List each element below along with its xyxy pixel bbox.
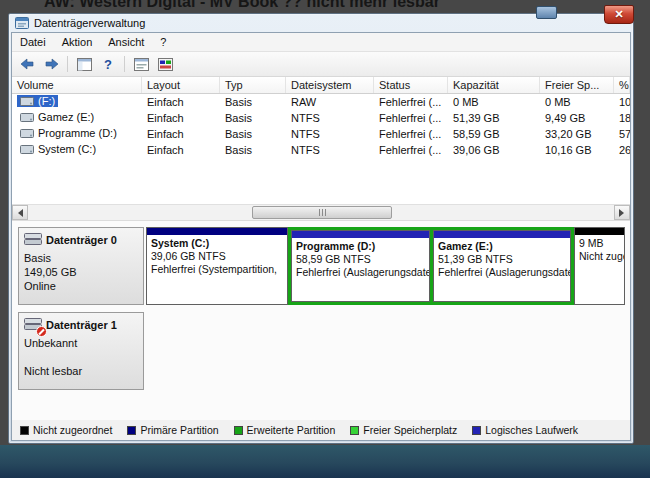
scroll-right-button[interactable] <box>614 205 630 220</box>
legend: Nicht zugeordnet Primäre Partition Erwei… <box>12 420 630 440</box>
column-volume[interactable]: Volume <box>12 77 142 93</box>
disk-name: Datenträger 0 <box>46 234 117 246</box>
volume-name: System (C:) <box>17 143 99 155</box>
partition-status: Fehlerfrei (Auslagerungsdatei <box>296 266 425 279</box>
disk-view-icon <box>158 58 173 71</box>
column-prozent-frei[interactable]: % frei <box>614 77 630 93</box>
partition-label: Programme (D:) <box>296 240 425 253</box>
disk-size: 149,05 GB <box>24 265 138 279</box>
table-row[interactable]: Programme (D:) Einfach Basis NTFS Fehler… <box>12 126 630 142</box>
close-icon: ✕ <box>614 8 623 21</box>
menu-hilfe[interactable]: ? <box>152 34 174 50</box>
unallocated-space[interactable]: 9 MB Nicht zugeordnet <box>574 227 625 305</box>
primary-partition-swatch <box>127 426 136 435</box>
disk-size <box>24 350 138 364</box>
panes-icon <box>134 58 149 71</box>
partition-programme-d[interactable]: Programme (D:) 58,59 GB NTFS Fehlerfrei … <box>291 230 430 302</box>
window-icon <box>15 17 29 29</box>
scroll-right-icon <box>619 209 628 217</box>
extended-partition-swatch <box>234 426 243 435</box>
disk-0-partitions: System (C:) 39,06 GB NTFS Fehlerfrei (Sy… <box>146 227 625 305</box>
column-typ[interactable]: Typ <box>220 77 286 93</box>
disk-1-partitions <box>146 312 625 390</box>
disk-management-window: Datenträgerverwaltung Datei Aktion Ansic… <box>8 13 634 444</box>
back-button[interactable] <box>17 55 37 74</box>
window-content: Datei Aktion Ansicht ? <box>11 32 631 441</box>
disk-name: Datenträger 1 <box>46 319 117 331</box>
disk-error-icon <box>24 317 42 333</box>
partition-label: Gamez (E:) <box>438 240 566 253</box>
unallocated-swatch <box>20 426 29 435</box>
toolbar: ? <box>12 52 630 77</box>
volume-list: Volume Layout Typ Dateisystem Status Kap… <box>12 77 630 204</box>
window-title: Datenträgerverwaltung <box>34 17 145 29</box>
horizontal-scrollbar[interactable] <box>12 204 630 220</box>
column-freier-speicher[interactable]: Freier Sp... <box>540 77 614 93</box>
menu-datei[interactable]: Datei <box>12 34 54 50</box>
panes-button[interactable] <box>131 55 151 74</box>
volume-name-selected: (F:) <box>17 95 58 107</box>
scroll-left-icon <box>14 209 23 217</box>
legend-item-logical: Logisches Laufwerk <box>472 424 578 436</box>
forward-button[interactable] <box>41 55 61 74</box>
extended-partition-group: Programme (D:) 58,59 GB NTFS Fehlerfrei … <box>288 227 574 305</box>
menu-ansicht[interactable]: Ansicht <box>100 34 152 50</box>
partition-status: Fehlerfrei (Auslagerungsdatei <box>438 266 566 279</box>
menu-aktion[interactable]: Aktion <box>54 34 101 50</box>
table-row[interactable]: Gamez (E:) Einfach Basis NTFS Fehlerfrei… <box>12 110 630 126</box>
column-dateisystem[interactable]: Dateisystem <box>286 77 374 93</box>
column-layout[interactable]: Layout <box>142 77 220 93</box>
column-status[interactable]: Status <box>374 77 448 93</box>
list-empty-area <box>12 158 630 204</box>
disk-0-info[interactable]: Datenträger 0 Basis 149,05 GB Online <box>18 227 144 305</box>
partition-label: System (C:) <box>151 237 283 250</box>
logical-drive-swatch <box>472 426 481 435</box>
menubar: Datei Aktion Ansicht ? <box>12 33 630 52</box>
legend-item-primary: Primäre Partition <box>127 424 218 436</box>
close-button[interactable]: ✕ <box>604 5 634 24</box>
unallocated-strip <box>575 228 624 235</box>
column-kapazitaet[interactable]: Kapazität <box>448 77 540 93</box>
legend-item-extended: Erweiterte Partition <box>234 424 336 436</box>
disk-0-row: Datenträger 0 Basis 149,05 GB Online Sys… <box>18 227 625 305</box>
partition-size: 58,59 GB NTFS <box>296 253 425 266</box>
help-icon: ? <box>104 57 112 72</box>
partition-status: Nicht zugeordnet <box>579 250 620 263</box>
logical-drive-strip <box>434 231 570 238</box>
partition-status: Fehlerfrei (Systempartition, <box>151 263 283 276</box>
drive-icon <box>20 128 34 139</box>
scrollbar-thumb[interactable] <box>252 206 392 219</box>
background-page-band <box>0 445 650 478</box>
console-tree-icon <box>77 58 92 71</box>
forward-arrow-icon <box>44 58 59 70</box>
volume-name: Gamez (E:) <box>17 111 97 123</box>
partition-system-c[interactable]: System (C:) 39,06 GB NTFS Fehlerfrei (Sy… <box>146 227 288 305</box>
partition-gamez-e[interactable]: Gamez (E:) 51,39 GB NTFS Fehlerfrei (Aus… <box>433 230 571 302</box>
disk-status: Nicht lesbar <box>24 364 138 378</box>
disk-type: Unbekannt <box>24 336 138 350</box>
drive-icon <box>20 112 34 123</box>
table-row[interactable]: System (C:) Einfach Basis NTFS Fehlerfre… <box>12 142 630 158</box>
console-tree-button[interactable] <box>74 55 94 74</box>
disk-1-info[interactable]: Datenträger 1 Unbekannt Nicht lesbar <box>18 312 144 390</box>
partition-size: 9 MB <box>579 237 620 250</box>
disk-icon <box>24 232 42 248</box>
volume-name: Programme (D:) <box>17 127 120 139</box>
help-button[interactable]: ? <box>98 55 118 74</box>
disk-view-button[interactable] <box>155 55 175 74</box>
scroll-left-button[interactable] <box>12 205 28 220</box>
partition-size: 51,39 GB NTFS <box>438 253 566 266</box>
graphical-view: Datenträger 0 Basis 149,05 GB Online Sys… <box>12 220 630 420</box>
disk-1-row: Datenträger 1 Unbekannt Nicht lesbar <box>18 312 625 390</box>
free-space-swatch <box>350 426 359 435</box>
volume-list-header: Volume Layout Typ Dateisystem Status Kap… <box>12 77 630 94</box>
legend-item-free: Freier Speicherplatz <box>350 424 457 436</box>
toolbar-separator <box>67 56 68 72</box>
outer-minimize-button[interactable] <box>536 6 557 19</box>
toolbar-separator <box>124 56 125 72</box>
disk-status: Online <box>24 279 138 293</box>
disk-type: Basis <box>24 251 138 265</box>
back-arrow-icon <box>20 58 35 70</box>
table-row[interactable]: (F:) Einfach Basis RAW Fehlerfrei (... 0… <box>12 94 630 110</box>
partition-size: 39,06 GB NTFS <box>151 250 283 263</box>
